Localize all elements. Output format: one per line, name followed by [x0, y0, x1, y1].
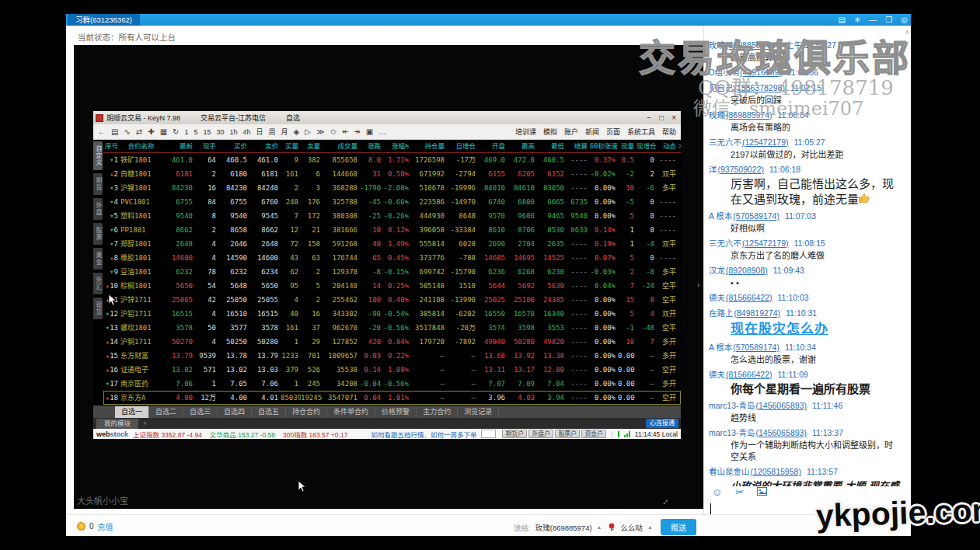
- user-id-link[interactable]: (125472179): [742, 238, 789, 248]
- table-row[interactable]: ▼9豆油180162327862326234622129370-8-0.15%6…: [103, 265, 681, 279]
- plus-icon[interactable]: ✚: [148, 127, 154, 136]
- user-id-link[interactable]: (570589174): [733, 343, 779, 352]
- panel-collapse-icon[interactable]: ›: [697, 280, 699, 289]
- settings-icon[interactable]: ✳: [854, 15, 860, 25]
- category-tab[interactable]: 黄金: [93, 248, 103, 270]
- period-日[interactable]: 日: [256, 127, 263, 137]
- scissors-icon[interactable]: ✂: [735, 486, 744, 498]
- more-icon[interactable]: …: [378, 127, 386, 136]
- smiley-icon[interactable]: ☺: [712, 486, 722, 498]
- watchlist-tab[interactable]: 价格预警: [375, 406, 417, 418]
- category-tab[interactable]: 期货: [93, 173, 103, 195]
- period-月[interactable]: 月: [281, 127, 288, 137]
- user-id-link[interactable]: (1556378298): [734, 83, 785, 92]
- category-tab[interactable]: 外汇: [93, 273, 103, 294]
- table-row[interactable]: ▲15东方财富13.79953913.7813.7912337011009657…: [103, 349, 681, 363]
- minimize-icon[interactable]: —: [869, 15, 877, 25]
- watchlist-tab[interactable]: 主力合约: [417, 406, 458, 418]
- user-id-link[interactable]: (89208908): [726, 266, 768, 275]
- category-tab[interactable]: 自定义: [93, 141, 103, 170]
- panel-icon[interactable]: ▣: [366, 127, 373, 136]
- user-id-link[interactable]: (1456065893): [756, 428, 807, 437]
- period-5[interactable]: 5: [194, 128, 197, 136]
- minimize-icon[interactable]: −: [647, 113, 651, 122]
- menu-item[interactable]: 模拟: [543, 127, 557, 137]
- power-icon[interactable]: ◎: [901, 15, 908, 25]
- menu-item[interactable]: 新闻: [585, 127, 599, 137]
- table-row[interactable]: ▼7郑醇1801264842646264872158591268401.49%5…: [103, 237, 681, 251]
- watchlist-tab[interactable]: 条件单合约: [327, 406, 375, 418]
- chat-input-caret[interactable]: [710, 503, 711, 514]
- restore-icon[interactable]: ❐: [885, 15, 892, 25]
- table-row[interactable]: ▲16证通电子13.0257113.0213.03379526355380.14…: [103, 363, 681, 377]
- maximize-icon[interactable]: □: [659, 113, 664, 122]
- period-30[interactable]: 30: [217, 128, 225, 136]
- play-icon[interactable]: ▷: [305, 127, 311, 136]
- menu-item[interactable]: 系统工具: [627, 127, 655, 137]
- my-module-tab[interactable]: 我的模块: [96, 419, 138, 429]
- gift-select[interactable]: 么么哒: [621, 522, 643, 533]
- transfer-icon[interactable]: ⇄: [136, 127, 142, 136]
- menu-item[interactable]: 页面: [606, 127, 620, 137]
- image-icon[interactable]: [757, 486, 767, 498]
- table-row[interactable]: ▲2白糖180161812618061811616144660310.50%67…: [103, 167, 681, 181]
- table-row[interactable]: ▲10棕榈180156505456485650955204140140.25%5…: [103, 279, 681, 293]
- grid-icon[interactable]: ▤: [111, 127, 118, 136]
- scroll-up-icon[interactable]: ∧: [905, 29, 909, 36]
- user-id-link[interactable]: (815666422): [726, 370, 772, 379]
- help-link[interactable]: 如何看跟五档行情、如何一周多下单: [371, 430, 476, 439]
- connect-badge[interactable]: 心连接通: [646, 419, 678, 428]
- close-icon[interactable]: ×: [671, 113, 676, 122]
- user-id-link[interactable]: (815666422): [726, 293, 772, 302]
- menu-item[interactable]: 培训课: [515, 127, 536, 137]
- table-row[interactable]: ▼6PP180186622865886621221381666100.12%39…: [103, 223, 681, 237]
- watchlist-tab[interactable]: 自选五: [252, 406, 286, 418]
- user-id-link[interactable]: (1205815958): [751, 467, 801, 476]
- table-row[interactable]: ▼3沪镍18018423016842308424023368288-1790-2…: [103, 181, 681, 195]
- account-button[interactable]: 资金户: [581, 430, 606, 438]
- user-id-link[interactable]: (1456065893): [756, 401, 807, 410]
- user-id-link[interactable]: (869885974): [726, 110, 772, 120]
- watchlist-tab[interactable]: 浏览记录: [458, 406, 499, 418]
- add-module-button[interactable]: +: [143, 419, 147, 427]
- curve-icon[interactable]: ∿: [124, 127, 130, 136]
- table-row[interactable]: ▼13螺纹18013578503577357816137962670-20-0.…: [103, 321, 681, 335]
- period-15[interactable]: 15: [204, 128, 211, 136]
- account-button[interactable]: 外盘户: [528, 430, 553, 438]
- chevron-up-icon[interactable]: ▲: [597, 524, 602, 530]
- user-id-link[interactable]: (937509022): [718, 165, 765, 174]
- category-tab[interactable]: 外盘: [93, 198, 103, 220]
- menu-item[interactable]: 帮助: [662, 127, 676, 137]
- user-id-link[interactable]: (41916169): [740, 68, 782, 77]
- table-row[interactable]: ▲11沪锌171125065422505025055422554621000.4…: [103, 293, 681, 307]
- send-target-select[interactable]: 玫瑰(869885974): [535, 522, 592, 533]
- period-4h[interactable]: 4h: [243, 128, 251, 136]
- table-row[interactable]: ▲8橡胶180114600414590146004363176744650.45…: [103, 251, 681, 265]
- watchlist-tab[interactable]: 自选二: [149, 406, 183, 418]
- back-icon[interactable]: ←: [98, 127, 106, 136]
- user-id-link[interactable]: (570589174): [733, 211, 779, 221]
- calendar-icon[interactable]: ▦: [160, 127, 167, 136]
- user-id-link[interactable]: (869885974): [726, 40, 772, 50]
- recharge-link[interactable]: 充值: [98, 520, 113, 532]
- watchlist-tab[interactable]: 持仓合约: [286, 406, 327, 418]
- menu-item[interactable]: 账户: [564, 127, 578, 137]
- table-row[interactable]: ▲14沪铜171150270450250502801291278524200.8…: [103, 335, 681, 349]
- watchlist-tab[interactable]: 自选一: [115, 406, 149, 418]
- account-button[interactable]: 期货户: [502, 430, 527, 438]
- period-1h[interactable]: 1h: [230, 128, 238, 136]
- category-tab[interactable]: 现货: [93, 298, 103, 319]
- user-id-link[interactable]: (849819274): [734, 308, 781, 318]
- chevron-up-icon[interactable]: ▲: [647, 524, 653, 530]
- send-gift-button[interactable]: 赠送: [661, 519, 696, 535]
- period-1[interactable]: 1: [184, 128, 188, 136]
- table-row[interactable]: ▲18京东方A4.0012万4.004.01850391924583547071…: [103, 391, 681, 405]
- chevrons-icon[interactable]: ≫: [316, 127, 324, 136]
- account-button[interactable]: 股票户: [555, 430, 580, 438]
- resize-icon[interactable]: ↔: [657, 494, 671, 508]
- star-icon[interactable]: ✩: [330, 127, 336, 136]
- refresh-icon[interactable]: ↻: [173, 127, 179, 136]
- trading-page-tab[interactable]: 自选: [286, 113, 300, 123]
- table-row[interactable]: ▼1铁矿1801461.064460.5461.093828556508.01.…: [103, 153, 681, 167]
- watchlist-tab[interactable]: 自选三: [183, 406, 218, 418]
